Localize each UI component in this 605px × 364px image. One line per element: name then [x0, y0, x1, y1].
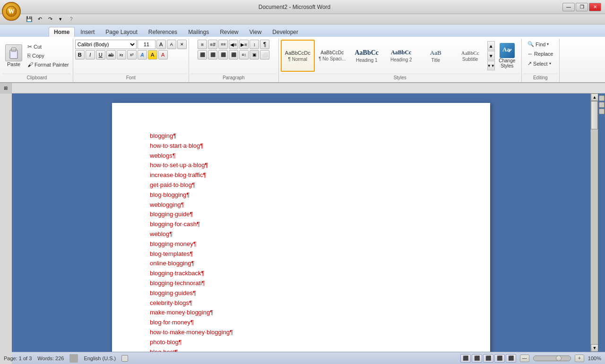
font-color-btn[interactable]: A: [158, 50, 168, 59]
font-family-select[interactable]: Calibri (Body): [75, 40, 137, 49]
text-effects-btn[interactable]: A: [138, 50, 147, 59]
highlight-btn[interactable]: A: [148, 50, 157, 59]
side-btn2[interactable]: [599, 102, 605, 108]
bold-btn[interactable]: B: [75, 50, 85, 59]
status-bar: Page: 1 of 3 Words: 226 English (U.S.) ⬛…: [0, 352, 605, 364]
numbering-btn[interactable]: ≡#: [208, 40, 217, 49]
italic-btn[interactable]: I: [86, 50, 95, 59]
tab-developer[interactable]: Developer: [267, 27, 303, 37]
superscript-btn[interactable]: x²: [127, 50, 137, 59]
doc-line: blog·for·money¶: [150, 318, 452, 328]
office-button[interactable]: W: [2, 2, 21, 21]
align-right-btn[interactable]: ⬛: [218, 50, 228, 59]
heading1-preview-text: AaBbCc: [354, 49, 379, 57]
proofing-btn[interactable]: [69, 354, 78, 363]
side-btn1[interactable]: [599, 95, 605, 101]
tab-references[interactable]: References: [143, 27, 182, 37]
find-button[interactable]: 🔍 Find ▾: [525, 40, 551, 49]
editing-group: 🔍 Find ▾ ↔ Replace ↗ Select ▾ Editing: [522, 39, 560, 82]
binoculars-icon: 🔍: [527, 41, 534, 47]
increase-indent-btn[interactable]: ▶≡: [239, 40, 249, 49]
tab-home[interactable]: Home: [49, 27, 75, 37]
underline-btn[interactable]: U: [96, 50, 105, 59]
bullets-btn[interactable]: ≡: [198, 40, 207, 49]
clear-format-btn[interactable]: ✕: [177, 40, 187, 49]
document-area[interactable]: blogging¶how·to·start·a·blog¶weblogs¶how…: [12, 93, 590, 352]
window-title: Document2 - Microsoft Word: [26, 4, 562, 10]
style-heading2[interactable]: AaBbCc Heading 2: [384, 40, 418, 72]
change-styles-button[interactable]: Aa Change Styles: [495, 41, 519, 71]
justify-btn[interactable]: ⬛: [229, 50, 238, 59]
styles-up-btn[interactable]: ▲: [487, 41, 495, 51]
quick-access-toolbar: 💾 ↶ ↷ ▾ ?: [0, 14, 605, 25]
tab-review[interactable]: Review: [215, 27, 243, 37]
side-btn3[interactable]: [599, 109, 605, 114]
replace-label: Replace: [534, 51, 553, 57]
editing-content: 🔍 Find ▾ ↔ Replace ↗ Select ▾: [525, 40, 555, 74]
font-grow-btn[interactable]: A: [156, 40, 166, 49]
paste-button[interactable]: Paste: [3, 43, 25, 68]
border-btn[interactable]: ⬜: [260, 50, 269, 59]
sort-btn[interactable]: ↕: [250, 40, 259, 49]
undo-quick-btn[interactable]: ↶: [35, 15, 44, 24]
align-left-btn[interactable]: ⬛: [198, 50, 207, 59]
align-center-btn[interactable]: ⬛: [208, 50, 217, 59]
styles-expand-btn[interactable]: ▼▼: [487, 61, 495, 70]
status-left: Page: 1 of 3 Words: 226 English (U.S.): [4, 354, 128, 363]
doc-line: blogging·guides¶: [150, 288, 452, 298]
scroll-up-btn[interactable]: ▲: [591, 93, 598, 101]
main-area: blogging¶how·to·start·a·blog¶weblogs¶how…: [0, 93, 605, 352]
print-layout-btn[interactable]: ⬛: [460, 354, 471, 363]
strikethrough-btn[interactable]: ab: [106, 50, 116, 59]
outline-btn[interactable]: ⬛: [494, 354, 505, 363]
draft-btn[interactable]: ⬛: [506, 354, 516, 363]
shading-btn[interactable]: ▣: [250, 50, 259, 59]
zoom-in-btn[interactable]: +: [575, 355, 584, 362]
scroll-down-btn[interactable]: ▼: [591, 344, 598, 352]
save-quick-btn[interactable]: 💾: [25, 15, 34, 24]
subscript-btn[interactable]: x₂: [117, 50, 126, 59]
format-painter-button[interactable]: 🖌 Format Painter: [26, 60, 71, 69]
replace-button[interactable]: ↔ Replace: [525, 50, 555, 58]
vertical-scrollbar[interactable]: ▲ ▼: [590, 93, 598, 352]
multilevel-btn[interactable]: ≡≡: [218, 40, 228, 49]
doc-line: blogging¶: [150, 131, 452, 141]
style-no-spacing[interactable]: AaBbCcDc ¶ No Spaci...: [315, 40, 349, 72]
styles-down-btn[interactable]: ▼: [487, 51, 495, 60]
minimize-button[interactable]: —: [562, 3, 575, 11]
redo-quick-btn[interactable]: ↷: [45, 15, 55, 24]
zoom-out-btn[interactable]: —: [520, 355, 529, 362]
tab-mailings[interactable]: Mailings: [183, 27, 214, 37]
copy-button[interactable]: ⎘ Copy: [26, 51, 71, 60]
font-size-input[interactable]: [138, 40, 156, 49]
ruler-corner[interactable]: ⊞: [0, 83, 12, 93]
line-space-btn[interactable]: ≡↕: [239, 50, 249, 59]
format-painter-label: Format Painter: [35, 62, 69, 68]
scroll-thumb[interactable]: [591, 101, 598, 129]
qa-dropdown-btn[interactable]: ▾: [56, 15, 65, 24]
decrease-indent-btn[interactable]: ◀≡: [229, 40, 238, 49]
tab-insert[interactable]: Insert: [75, 27, 100, 37]
scissors-icon: ✂: [27, 43, 32, 50]
tab-view[interactable]: View: [244, 27, 267, 37]
style-normal[interactable]: AaBbCcDc ¶ Normal: [281, 40, 315, 72]
style-subtitle[interactable]: AaBbCc Subtitle: [453, 40, 487, 72]
title-bar: W Document2 - Microsoft Word — ❐ ✕: [0, 0, 605, 14]
web-layout-btn[interactable]: ⬛: [483, 354, 493, 363]
tab-pagelayout[interactable]: Page Layout: [100, 27, 142, 37]
change-styles-icon: Aa: [500, 43, 515, 58]
font-shrink-btn[interactable]: A: [167, 40, 176, 49]
restore-button[interactable]: ❐: [576, 3, 588, 11]
zoom-thumb[interactable]: [556, 356, 562, 361]
style-title[interactable]: AaB Title: [419, 40, 453, 72]
zoom-slider[interactable]: [533, 356, 571, 361]
style-heading1[interactable]: AaBbCc Heading 1: [350, 40, 384, 72]
show-hide-btn[interactable]: ¶: [260, 40, 269, 49]
select-button[interactable]: ↗ Select ▾: [525, 59, 553, 68]
normal-preview-text: AaBbCcDc: [285, 50, 311, 56]
close-button[interactable]: ✕: [589, 3, 601, 11]
view-buttons: ⬛ ⬛ ⬛ ⬛ ⬛: [460, 354, 516, 363]
cut-button[interactable]: ✂ Cut: [26, 42, 71, 51]
full-reading-btn[interactable]: ⬛: [472, 354, 482, 363]
scroll-track[interactable]: [591, 101, 598, 344]
